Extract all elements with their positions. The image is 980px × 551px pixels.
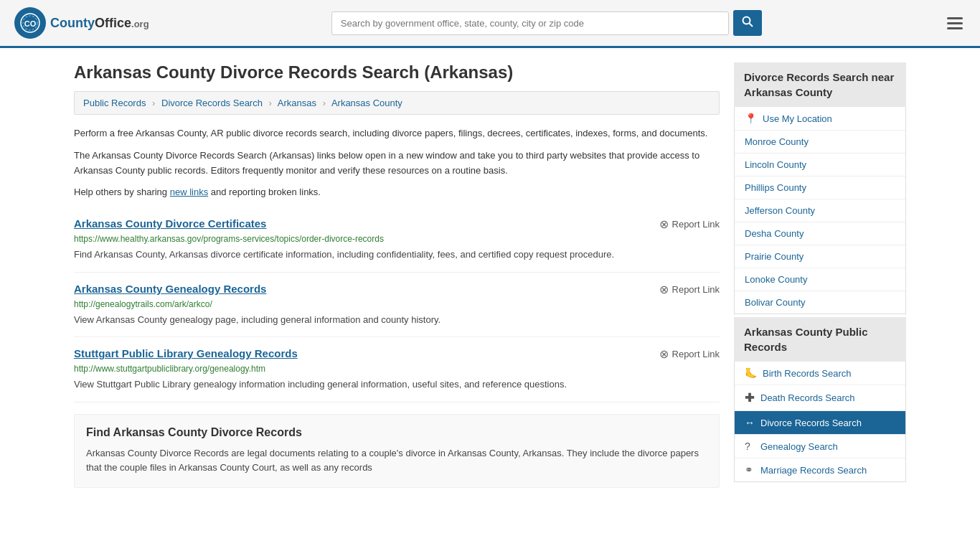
new-links-link[interactable]: new links <box>170 187 208 197</box>
record-header-1: Arkansas County Genealogy Records ⊗ Repo… <box>74 283 720 296</box>
menu-bar-1 <box>947 17 963 19</box>
sidebar-birth-records[interactable]: 🦶 Birth Records Search <box>735 362 905 385</box>
sidebar-nearby-body: 📍 Use My Location Monroe County Lincoln … <box>734 107 906 314</box>
report-icon-1: ⊗ <box>659 283 669 296</box>
sidebar-county-link-1[interactable]: Lincoln County <box>745 159 806 170</box>
sidebar-county-link-3[interactable]: Jefferson County <box>745 205 815 216</box>
report-label-0: Report Link <box>672 219 720 230</box>
use-location-link[interactable]: Use My Location <box>763 113 832 124</box>
report-icon-0: ⊗ <box>659 217 669 231</box>
menu-button[interactable] <box>944 14 966 32</box>
report-label-2: Report Link <box>672 349 720 359</box>
description-para-1: Perform a free Arkansas County, AR publi… <box>74 126 720 141</box>
record-title-0[interactable]: Arkansas County Divorce Certificates <box>74 217 266 230</box>
svg-text:CO: CO <box>24 19 37 28</box>
record-desc-2: View Stuttgart Public Library genealogy … <box>74 377 720 392</box>
sidebar-county-link-7[interactable]: Bolivar County <box>745 297 806 308</box>
sidebar-county-4[interactable]: Desha County <box>735 222 905 245</box>
report-label-1: Report Link <box>672 284 720 295</box>
breadcrumb-arkansas-county[interactable]: Arkansas County <box>331 98 402 108</box>
breadcrumb-divorce-records[interactable]: Divorce Records Search <box>161 98 263 108</box>
birth-records-icon: 🦶 <box>745 367 757 379</box>
search-input[interactable] <box>331 11 729 35</box>
main-container: Arkansas County Divorce Records Search (… <box>60 48 920 502</box>
record-entry-0: Arkansas County Divorce Certificates ⊗ R… <box>74 207 720 273</box>
header: CO CountyOffice.org <box>0 0 980 48</box>
divorce-records-icon: ↔ <box>745 417 755 428</box>
menu-bar-3 <box>947 27 963 29</box>
sidebar-county-7[interactable]: Bolivar County <box>735 291 905 314</box>
content-area: Arkansas County Divorce Records Search (… <box>74 62 720 488</box>
find-desc: Arkansas County Divorce Records are lega… <box>86 446 707 476</box>
breadcrumb-public-records[interactable]: Public Records <box>83 98 146 108</box>
breadcrumb: Public Records › Divorce Records Search … <box>74 91 720 115</box>
search-area <box>331 10 762 36</box>
sidebar-county-1[interactable]: Lincoln County <box>735 154 905 176</box>
record-url-2[interactable]: http://www.stuttgartpubliclibrary.org/ge… <box>74 364 720 374</box>
logo-icon: CO <box>14 7 46 39</box>
report-icon-2: ⊗ <box>659 347 669 361</box>
divorce-records-link[interactable]: Divorce Records Search <box>760 418 862 428</box>
sidebar-county-3[interactable]: Jefferson County <box>735 199 905 222</box>
breadcrumb-arkansas[interactable]: Arkansas <box>278 98 316 108</box>
record-title-2[interactable]: Stuttgart Public Library Genealogy Recor… <box>74 347 298 359</box>
sidebar-county-link-2[interactable]: Phillips County <box>745 182 806 193</box>
sidebar-death-records[interactable]: ✚ Death Records Search <box>735 385 905 411</box>
report-link-btn-2[interactable]: ⊗ Report Link <box>659 347 720 361</box>
sidebar-nearby-section: Divorce Records Search near Arkansas Cou… <box>734 62 906 314</box>
breadcrumb-sep-3: › <box>323 98 326 108</box>
record-desc-0: Find Arkansas County, Arkansas divorce c… <box>74 248 720 262</box>
record-title-1[interactable]: Arkansas County Genealogy Records <box>74 283 266 295</box>
report-link-btn-0[interactable]: ⊗ Report Link <box>659 217 720 231</box>
find-section: Find Arkansas County Divorce Records Ark… <box>74 414 720 489</box>
genealogy-icon: ? <box>745 441 755 452</box>
record-header-0: Arkansas County Divorce Certificates ⊗ R… <box>74 217 720 231</box>
breadcrumb-sep-1: › <box>152 98 155 108</box>
logo-text: CountyOffice.org <box>50 16 149 31</box>
logo-area: CO CountyOffice.org <box>14 7 149 39</box>
death-records-icon: ✚ <box>745 391 755 405</box>
record-entry-1: Arkansas County Genealogy Records ⊗ Repo… <box>74 273 720 338</box>
svg-point-3 <box>743 17 750 24</box>
sidebar-public-records-section: Arkansas County Public Records 🦶 Birth R… <box>734 317 906 482</box>
record-url-1[interactable]: http://genealogytrails.com/ark/arkco/ <box>74 299 720 309</box>
sidebar-county-link-6[interactable]: Lonoke County <box>745 274 807 285</box>
menu-bar-2 <box>947 22 963 24</box>
report-link-btn-1[interactable]: ⊗ Report Link <box>659 283 720 296</box>
pin-icon: 📍 <box>745 113 757 124</box>
marriage-records-icon: ⚭ <box>745 464 755 476</box>
sidebar-public-records-body: 🦶 Birth Records Search ✚ Death Records S… <box>734 362 906 482</box>
sidebar-county-0[interactable]: Monroe County <box>735 131 905 154</box>
sidebar-public-records-header: Arkansas County Public Records <box>734 317 906 362</box>
sidebar-nearby-header: Divorce Records Search near Arkansas Cou… <box>734 62 906 107</box>
record-header-2: Stuttgart Public Library Genealogy Recor… <box>74 347 720 361</box>
death-records-link[interactable]: Death Records Search <box>760 392 855 403</box>
description-para-2: The Arkansas County Divorce Records Sear… <box>74 149 720 179</box>
find-title: Find Arkansas County Divorce Records <box>86 426 707 439</box>
sidebar-county-6[interactable]: Lonoke County <box>735 268 905 291</box>
page-title: Arkansas County Divorce Records Search (… <box>74 62 720 83</box>
desc-post-text: and reporting broken links. <box>208 187 321 197</box>
record-entry-2: Stuttgart Public Library Genealogy Recor… <box>74 337 720 402</box>
record-desc-1: View Arkansas County genealogy page, inc… <box>74 313 720 327</box>
sidebar-county-2[interactable]: Phillips County <box>735 176 905 199</box>
genealogy-link[interactable]: Genealogy Search <box>760 441 838 452</box>
sidebar-marriage-records[interactable]: ⚭ Marriage Records Search <box>735 458 905 481</box>
record-url-0[interactable]: https://www.healthy.arkansas.gov/program… <box>74 234 720 244</box>
sidebar-county-5[interactable]: Prairie County <box>735 245 905 268</box>
marriage-records-link[interactable]: Marriage Records Search <box>760 465 867 476</box>
search-button[interactable] <box>733 10 762 36</box>
sidebar-county-link-5[interactable]: Prairie County <box>745 251 804 262</box>
desc-pre-text: Help others by sharing <box>74 187 170 197</box>
sidebar-county-link-4[interactable]: Desha County <box>745 228 804 239</box>
sidebar: Divorce Records Search near Arkansas Cou… <box>734 62 906 488</box>
description-para-3: Help others by sharing new links and rep… <box>74 185 720 200</box>
sidebar-genealogy[interactable]: ? Genealogy Search <box>735 435 905 458</box>
use-location-item[interactable]: 📍 Use My Location <box>735 107 905 131</box>
sidebar-county-link-0[interactable]: Monroe County <box>745 136 809 147</box>
sidebar-divorce-records[interactable]: ↔ Divorce Records Search <box>735 411 905 435</box>
breadcrumb-sep-2: › <box>269 98 272 108</box>
svg-line-4 <box>749 24 753 27</box>
birth-records-link[interactable]: Birth Records Search <box>763 368 852 379</box>
